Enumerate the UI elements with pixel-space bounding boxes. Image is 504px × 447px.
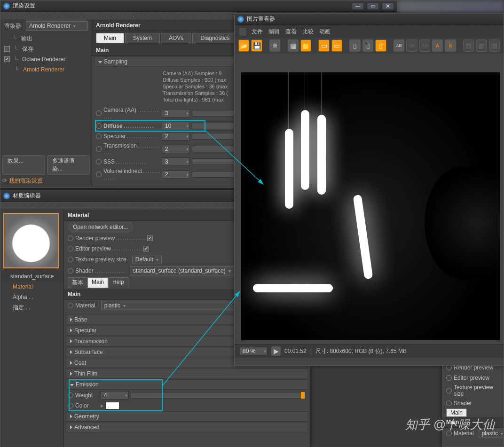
tool-ab2-icon[interactable]: AB [406,39,417,52]
renderer-dropdown[interactable]: Arnold Renderer [26,21,88,31]
field-camera[interactable]: 3♦ [162,109,190,118]
bg-tab-main: Main [446,408,467,417]
menu-edit[interactable]: 编辑 [268,28,280,36]
tab-aovs[interactable]: AOVs [161,33,191,43]
picture-viewer-statusbar: 80 %♦ ▶ 00:01:52 | 尺寸: 800x600, RGB (8 位… [235,344,504,358]
picture-viewer-titlebar[interactable]: 图片查看器 [235,14,504,25]
check-render-prev[interactable] [147,235,153,241]
radio-editor-prev[interactable] [68,246,73,251]
tool-doc2-icon[interactable]: ▭ [331,39,342,52]
menu-compare[interactable]: 比较 [302,28,314,36]
time-display: 00:01:52 [284,348,307,354]
radio-material-type[interactable] [68,303,73,308]
radio-volume[interactable] [96,172,102,177]
bg-tex-prev: Texture preview size [454,384,500,397]
subtab-basic[interactable]: 基本 [68,277,87,288]
zoom-field[interactable]: 80 %♦ [239,347,268,355]
field-diffuse[interactable]: 10♦ [162,122,190,130]
material-preview[interactable] [3,213,59,268]
nav-alpha[interactable]: Alpha . . [13,294,33,300]
tree-octane[interactable]: Octane Renderer [22,56,65,63]
tool-b-icon[interactable]: B [445,39,456,52]
tab-main[interactable]: Main [96,33,124,43]
tool-grid-icon[interactable]: ▦ [288,39,299,52]
nav-assign[interactable]: 指定 . . [13,304,30,312]
field-volume[interactable]: 2♦ [162,170,190,179]
tree-output[interactable]: 输出 [21,35,32,43]
render-viewport[interactable] [241,72,500,340]
field-specular[interactable]: 2♦ [162,132,190,141]
menu-anim[interactable]: 动画 [319,28,331,36]
close-button[interactable]: ✕ [382,2,394,10]
radio-camera[interactable] [96,110,102,116]
my-render-settings[interactable]: 我的渲染设置 [9,177,43,184]
tool-misc3-icon[interactable]: ▦ [489,39,500,52]
bg-plastic: plastic [479,429,504,438]
picture-viewer-toolbar: 📂 💾 ※ ▦ ▦ ▭ ▭ ▯ ▯ ▯ AB AB AB A B ▦ ▦ ▦ [235,38,504,54]
tool-a-icon[interactable]: A [432,39,443,52]
render-settings-titlebar[interactable]: 渲染设置 — ▭ ✕ [0,0,397,12]
lbl-tex-prev: Texture preview size [75,256,126,263]
radio-icon [446,375,452,381]
lbl-weight: Weight [75,392,99,399]
renderer-label: 渲染器 [4,22,21,30]
radio-weight[interactable] [68,392,73,398]
subtab-help[interactable]: Help [108,277,128,288]
tool-ab1-icon[interactable]: AB [394,39,404,52]
lbl-color: Color [75,402,99,409]
tool-fx-icon[interactable]: ※ [269,39,280,52]
multipass-button[interactable]: 多通道渲染... [47,155,90,175]
lbl-diffuse: Diffuse [103,123,160,129]
save-check[interactable] [4,46,10,52]
tool-misc1-icon[interactable]: ▦ [463,39,474,52]
tool-grid2-icon[interactable]: ▦ [300,39,311,52]
tool-doc1-icon[interactable]: ▭ [318,39,329,52]
nav-material[interactable]: Material [13,283,33,290]
radio-tex-prev[interactable] [68,257,73,262]
picture-viewer-window: 图片查看器 文件 编辑 查看 比较 动画 📂 💾 ※ ▦ ▦ ▭ ▭ ▯ ▯ ▯… [234,13,504,366]
play-button[interactable]: ▶ [271,346,281,356]
radio-sss[interactable] [96,159,102,165]
tool-layers2-icon[interactable]: ▯ [362,39,373,52]
menu-file[interactable]: 文件 [252,28,263,36]
maximize-button[interactable]: ▭ [367,2,379,10]
minimize-button[interactable]: — [352,2,364,10]
tool-folder-open-icon[interactable]: 📂 [238,39,249,52]
subtab-main[interactable]: Main [87,277,108,288]
menu-view[interactable]: 查看 [285,28,297,36]
tab-diagnostics[interactable]: Diagnostics [192,33,237,43]
tool-ab3-icon[interactable]: AB [419,39,430,52]
radio-shader[interactable] [68,268,73,274]
tab-system[interactable]: System [125,33,160,43]
section-thinfilm[interactable]: Thin Film [66,369,308,379]
tool-layers3-icon[interactable]: ▯ [375,39,386,52]
radio-transmission[interactable] [96,146,102,152]
material-name[interactable]: standard_surface [0,271,63,282]
open-network-button[interactable]: Open network editor... [68,222,133,232]
section-geometry[interactable]: Geometry [66,411,308,422]
radio-diffuse[interactable] [96,123,102,129]
radio-icon [446,431,452,436]
field-sss[interactable]: 3♦ [162,157,190,166]
section-advanced[interactable]: Advanced [66,422,308,432]
lbl-specular: Specular [103,133,160,140]
dropdown-tex-prev[interactable]: Default [132,255,162,264]
slider-weight[interactable] [131,392,306,399]
tree-save[interactable]: 保存 [22,45,33,53]
bg-main-hdr: Main [442,417,504,428]
color-swatch[interactable] [105,402,119,409]
radio-specular[interactable] [96,133,102,139]
lbl-camera: Camera (AA) [103,107,160,120]
tool-misc2-icon[interactable]: ▦ [476,39,487,52]
effects-button[interactable]: 效果... [2,155,45,175]
field-transmission[interactable]: 2♦ [162,145,190,153]
tree-arnold[interactable]: Arnold Renderer [23,66,64,73]
tool-layers1-icon[interactable]: ▯ [349,39,360,52]
tool-save-icon[interactable]: 💾 [251,39,262,52]
check-editor-prev[interactable] [143,246,149,251]
radio-render-prev[interactable] [68,235,73,241]
field-weight[interactable]: 4♦ [101,391,129,400]
section-emission[interactable]: Emission [66,379,308,390]
octane-check[interactable] [4,56,10,62]
radio-color[interactable] [68,403,73,408]
